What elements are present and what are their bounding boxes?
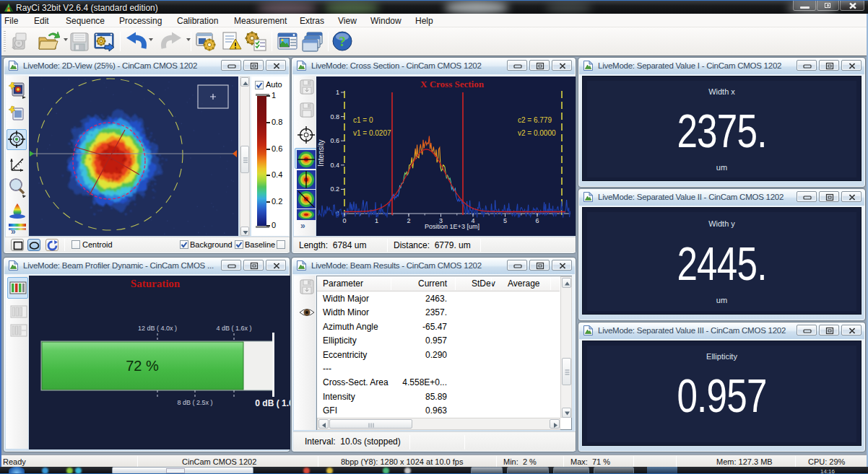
svg-text:6: 6 bbox=[535, 217, 539, 224]
svg-text:0.6: 0.6 bbox=[330, 137, 339, 144]
svg-text:0.8: 0.8 bbox=[330, 113, 339, 120]
svg-text:v1 = 0.0207: v1 = 0.0207 bbox=[353, 129, 391, 137]
svg-text:Position 1E+3 [um]: Position 1E+3 [um] bbox=[425, 223, 479, 230]
svg-text:0.4: 0.4 bbox=[330, 162, 339, 169]
svg-text:4 dB ( 1.6x ): 4 dB ( 1.6x ) bbox=[216, 325, 251, 332]
svg-text:?: ? bbox=[339, 34, 346, 49]
svg-text:1: 1 bbox=[375, 217, 378, 224]
svg-text:Saturation: Saturation bbox=[131, 278, 181, 289]
svg-text:c2 = 6.779: c2 = 6.779 bbox=[518, 116, 552, 124]
svg-text:c1 = 0: c1 = 0 bbox=[353, 116, 373, 124]
svg-text:2: 2 bbox=[407, 217, 410, 224]
svg-text:5: 5 bbox=[503, 217, 507, 224]
svg-text:1: 1 bbox=[336, 89, 339, 96]
svg-text:8 dB ( 2.5x ): 8 dB ( 2.5x ) bbox=[177, 399, 212, 406]
svg-text:v2 = 0.0000: v2 = 0.0000 bbox=[518, 129, 556, 137]
svg-text:12 dB ( 4.0x ): 12 dB ( 4.0x ) bbox=[138, 325, 177, 332]
svg-text:0.2: 0.2 bbox=[330, 185, 339, 193]
svg-text:0: 0 bbox=[342, 217, 346, 224]
svg-text:Intensity: Intensity bbox=[317, 139, 325, 166]
svg-text:X Cross Section: X Cross Section bbox=[420, 79, 485, 89]
svg-text:0 dB ( 1.0: 0 dB ( 1.0 bbox=[255, 398, 290, 408]
svg-text:72 %: 72 % bbox=[126, 358, 159, 374]
